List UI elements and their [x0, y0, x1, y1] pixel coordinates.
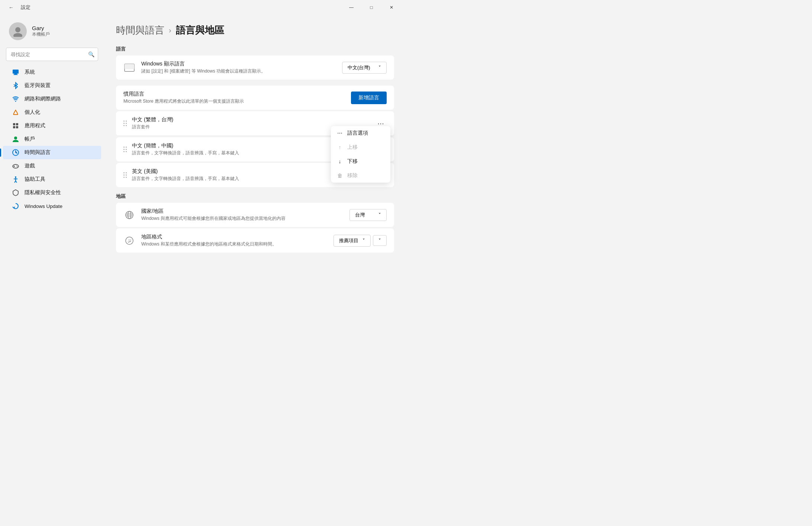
- country-dropdown[interactable]: 台灣 ˅: [349, 209, 387, 221]
- context-menu-move-up: ↑ 上移: [331, 140, 390, 154]
- display-language-title: Windows 顯示語言: [141, 61, 342, 67]
- format-title: 地區格式: [141, 234, 334, 240]
- breadcrumb-parent: 時間與語言: [116, 24, 164, 37]
- search-input[interactable]: [6, 48, 98, 61]
- chevron-down-icon: ˅: [378, 65, 381, 70]
- user-profile[interactable]: Gary 本機帳戶: [0, 18, 104, 48]
- drag-handle-en-us[interactable]: [123, 172, 127, 178]
- display-language-select[interactable]: 中文(台灣) ˅: [342, 62, 387, 74]
- gaming-icon: [12, 162, 19, 170]
- sidebar-label-network: 網路和網際網路: [25, 96, 61, 102]
- options-icon: ⋯: [337, 130, 343, 136]
- update-icon: [12, 202, 19, 210]
- context-menu-move-up-label: 上移: [347, 144, 358, 151]
- sidebar-label-bluetooth: 藍牙與裝置: [25, 82, 51, 89]
- svg-rect-6: [13, 123, 15, 125]
- context-menu-options[interactable]: ⋯ 語言選項: [331, 126, 390, 140]
- country-value: 台灣: [355, 212, 365, 218]
- search-box: 🔍: [6, 48, 98, 61]
- add-language-button[interactable]: 新增語言: [351, 92, 387, 104]
- svg-rect-4: [13, 74, 18, 75]
- display-language-desc: 諸如 [設定] 和 [檔案總管] 等 Windows 功能會以這種語言顯示。: [141, 68, 342, 74]
- sidebar-label-personalization: 個人化: [25, 109, 40, 116]
- system-icon: [12, 68, 19, 76]
- sidebar-item-time[interactable]: 時間與語言: [3, 146, 101, 159]
- svg-rect-8: [13, 126, 15, 128]
- display-language-dropdown[interactable]: 中文(台灣) ˅: [342, 62, 387, 74]
- country-title: 國家/地區: [141, 208, 349, 215]
- sidebar-label-time: 時間與語言: [25, 149, 51, 156]
- sidebar-label-apps: 應用程式: [25, 122, 45, 129]
- svg-text:文: 文: [130, 239, 132, 241]
- svg-point-0: [15, 27, 20, 32]
- sidebar-item-gaming[interactable]: 遊戲: [3, 159, 101, 173]
- context-menu-options-label: 語言選項: [347, 130, 368, 137]
- chevron-expand-icon: ˅: [378, 238, 381, 243]
- sidebar: Gary 本機帳戶 🔍 系統: [0, 15, 104, 263]
- breadcrumb-current: 語言與地區: [176, 24, 224, 37]
- sidebar-label-privacy: 隱私權與安全性: [25, 189, 61, 196]
- network-icon: [12, 95, 19, 103]
- user-info: Gary 本機帳戶: [32, 25, 50, 38]
- display-language-icon: [123, 62, 135, 74]
- region-section-title: 地區: [116, 193, 394, 200]
- context-menu-remove: 🗑 移除: [331, 169, 390, 183]
- format-icon: A文: [123, 235, 135, 247]
- sidebar-item-system[interactable]: 系統: [3, 65, 101, 79]
- maximize-button[interactable]: □: [363, 2, 380, 13]
- remove-icon: 🗑: [337, 173, 343, 179]
- window-title: 設定: [21, 4, 30, 11]
- user-account-type: 本機帳戶: [32, 31, 50, 38]
- preferred-languages-desc: Microsoft Store 應用程式將會以此清單的第一個支援語言顯示: [123, 98, 351, 105]
- country-select[interactable]: 台灣 ˅: [349, 209, 387, 221]
- format-desc: Windows 和某些應用程式會根據您的地區格式來格式化日期和時間。: [141, 241, 334, 247]
- sidebar-label-accounts: 帳戶: [25, 136, 35, 142]
- svg-point-10: [14, 137, 17, 139]
- chevron-down-country-icon: ˅: [378, 212, 381, 218]
- svg-rect-9: [16, 126, 18, 128]
- settings-window: ← 設定 — □ ✕ Gary 本機帳戶: [0, 0, 406, 263]
- add-language-action: 新增語言: [351, 92, 387, 104]
- drag-handle-zh-tw[interactable]: [123, 121, 127, 126]
- sidebar-label-gaming: 遊戲: [25, 163, 35, 169]
- sidebar-label-system: 系統: [25, 69, 35, 76]
- svg-point-13: [16, 166, 17, 166]
- close-button[interactable]: ✕: [383, 2, 400, 13]
- privacy-icon: [12, 189, 19, 196]
- sidebar-item-accounts[interactable]: 帳戶: [3, 132, 101, 146]
- minimize-button[interactable]: —: [343, 2, 360, 13]
- preferred-languages-title: 慣用語言: [123, 91, 351, 97]
- sidebar-item-accessibility[interactable]: 協助工具: [3, 173, 101, 186]
- sidebar-item-privacy[interactable]: 隱私權與安全性: [3, 186, 101, 199]
- title-bar-controls: — □ ✕: [343, 2, 400, 13]
- lang-card-zh-tw: 中文 (繁體，台灣) 語言套件 ⋯ ⋯ 語言選項 ↑ 上移: [116, 111, 394, 136]
- sidebar-item-personalization[interactable]: 個人化: [3, 106, 101, 119]
- nav-menu: 系統 藍牙與裝置 網路和網際網路: [0, 65, 104, 213]
- sidebar-item-apps[interactable]: 應用程式: [3, 119, 101, 132]
- context-menu-remove-label: 移除: [347, 172, 358, 179]
- format-expand[interactable]: ˅: [373, 235, 387, 246]
- format-select[interactable]: 推薦項目 ˅: [334, 235, 371, 247]
- breadcrumb-separator: ›: [169, 26, 171, 35]
- display-language-row: Windows 顯示語言 諸如 [設定] 和 [檔案總管] 等 Windows …: [116, 55, 394, 80]
- context-menu-move-down[interactable]: ↓ 下移: [331, 154, 390, 169]
- svg-point-5: [15, 101, 16, 102]
- svg-rect-3: [14, 74, 17, 74]
- format-dropdowns: 推薦項目 ˅ ˅: [334, 235, 387, 247]
- back-button[interactable]: ←: [6, 2, 16, 13]
- svg-point-15: [15, 176, 16, 178]
- drag-handle-zh-cn[interactable]: [123, 147, 127, 152]
- bluetooth-icon: [12, 82, 19, 89]
- personalize-icon: [12, 109, 19, 116]
- preferred-languages-card: 慣用語言 Microsoft Store 應用程式將會以此清單的第一個支援語言顯…: [116, 86, 394, 110]
- sidebar-item-bluetooth[interactable]: 藍牙與裝置: [3, 79, 101, 92]
- sidebar-label-update: Windows Update: [25, 203, 62, 209]
- format-card: A文 地區格式 Windows 和某些應用程式會根據您的地區格式來格式化日期和時…: [116, 228, 394, 253]
- context-menu-move-down-label: 下移: [347, 158, 358, 165]
- format-value: 推薦項目: [339, 237, 358, 244]
- sidebar-item-update[interactable]: Windows Update: [3, 199, 101, 213]
- svg-rect-17: [125, 64, 134, 69]
- app-body: Gary 本機帳戶 🔍 系統: [0, 15, 406, 263]
- lang-name-zh-tw: 中文 (繁體，台灣): [132, 116, 375, 123]
- sidebar-item-network[interactable]: 網路和網際網路: [3, 92, 101, 106]
